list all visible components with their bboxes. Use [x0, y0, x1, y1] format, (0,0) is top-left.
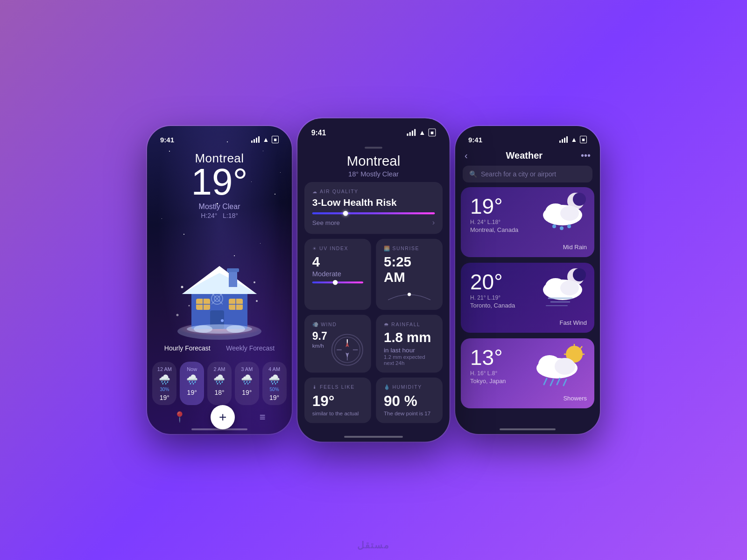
phone-details: 9:41 ▲ ■ Montreal 18° Mostly Clear: [297, 119, 450, 442]
location-button[interactable]: 📍: [173, 411, 186, 423]
city-card-tokyo[interactable]: 13° H. 16° L.8° Tokyo, Japan: [461, 338, 594, 408]
uv-value: 4: [312, 254, 363, 270]
air-quality-footer: See more ›: [312, 218, 435, 227]
svg-rect-4: [227, 268, 239, 272]
svg-point-40: [552, 224, 556, 228]
hour-label-2am: 2 AM: [213, 366, 225, 372]
svg-point-58: [555, 358, 575, 375]
wifi-icon-phone2: ▲: [419, 129, 426, 137]
search-placeholder: Search for a city or airport: [481, 170, 556, 178]
tab-weekly[interactable]: Weekly Forecast: [221, 342, 279, 355]
hour-temp-12am: 19°: [160, 394, 169, 401]
humidity-card: 💧 HUMIDITY 90 % The dew point is 17: [376, 378, 443, 423]
wind-label: 💨 WIND: [312, 322, 363, 327]
condition-tokyo: Showers: [563, 395, 587, 402]
humidity-value: 90 %: [384, 393, 435, 410]
thermometer-icon: 🌡: [312, 385, 318, 390]
svg-point-47: [560, 280, 579, 295]
detail-cards: ☁ AIR QUALITY 3-Low Health Risk See more…: [297, 182, 450, 423]
sun-icon: ☀: [312, 246, 317, 252]
svg-line-59: [544, 378, 547, 385]
air-quality-indicator: [343, 211, 348, 216]
hour-item-2am[interactable]: 2 AM 🌧️ 18°: [207, 362, 232, 405]
phone2-header: Montreal 18° Mostly Clear: [297, 144, 450, 182]
page-title: Weather: [506, 150, 543, 161]
city-list: 19° H. 24° L.18° Montreal, Canada: [455, 187, 600, 408]
hour-pct-12am: 30%: [160, 387, 169, 392]
wifi-icon-phone3: ▲: [571, 136, 577, 143]
sunrise-icon: 🌅: [384, 246, 390, 252]
cloud-icon: ☁: [312, 189, 318, 195]
signal-icon-phone2: [407, 129, 416, 136]
feels-like-card: 🌡 FEELS LIKE 19° similar to the actual: [304, 378, 371, 423]
feels-subtitle: similar to the actual: [312, 410, 363, 416]
search-icon: 🔍: [469, 170, 477, 178]
rainfall-label: 🌧 RAINFALL: [384, 322, 435, 327]
condition-montreal: Mid Rain: [563, 244, 587, 251]
subtitle-phone2: 18° Mostly Clear: [297, 170, 450, 178]
status-bar-phone3: 9:41 ▲ ■: [455, 126, 600, 147]
hour-pct-4am: 50%: [270, 387, 279, 392]
bottom-navigation: 📍 + ≡: [147, 405, 292, 429]
rainfall-icon: 🌧: [384, 322, 389, 327]
high-phone1: H:24°: [201, 212, 217, 219]
city-card-montreal[interactable]: 19° H. 24° L.18° Montreal, Canada: [461, 187, 594, 257]
list-button[interactable]: ≡: [260, 411, 266, 423]
phone2-content: Montreal 18° Mostly Clear ☁ AIR QUALITY …: [297, 140, 450, 423]
time-phone1: 9:41: [160, 136, 174, 144]
svg-line-53: [580, 346, 582, 349]
compass: [331, 334, 363, 366]
search-bar[interactable]: 🔍 Search for a city or airport: [463, 166, 592, 182]
svg-point-23: [176, 314, 179, 316]
droplet-icon: 💧: [384, 385, 390, 390]
hour-temp-2am: 18°: [214, 389, 224, 396]
svg-line-61: [557, 378, 560, 385]
see-more-button[interactable]: See more: [312, 219, 340, 226]
hour-temp-3am: 19°: [242, 389, 252, 396]
hour-item-12am[interactable]: 12 AM 🌧️ 30% 19°: [152, 362, 176, 405]
sunrise-curve: [384, 288, 435, 303]
humidity-subtitle: The dew point is 17: [384, 410, 435, 416]
hour-label-4am: 4 AM: [268, 366, 280, 372]
svg-point-44: [573, 268, 586, 281]
condition-phone1: Mostly Clear: [147, 203, 292, 211]
status-icons-phone2: ▲ ■: [407, 129, 436, 137]
tab-hourly[interactable]: Hourly Forecast: [160, 342, 215, 355]
sunrise-label: 🌅 SUNRISE: [384, 246, 435, 252]
signal-icon-phone1: [251, 136, 260, 143]
hour-icon-12am: 🌧️: [159, 374, 170, 385]
phones-container: 9:41 ▲ ■ Montreal 19° Mostly Clear H:24°: [147, 126, 600, 434]
air-quality-label: ☁ AIR QUALITY: [312, 189, 435, 195]
add-button[interactable]: +: [211, 405, 235, 429]
house-illustration: [168, 240, 271, 343]
svg-marker-34: [345, 352, 349, 357]
phone1-weather-info: Montreal 19° Mostly Clear H:24° L:18°: [147, 147, 292, 219]
hour-icon-3am: 🌧️: [241, 374, 253, 385]
status-icons-phone3: ▲ ■: [559, 136, 587, 143]
uv-label: ☀ UV INDEX: [312, 246, 363, 252]
hour-temp-4am: 19°: [269, 394, 279, 401]
svg-point-26: [226, 325, 245, 333]
feels-label: 🌡 FEELS LIKE: [312, 385, 363, 390]
uv-subtitle: Moderate: [312, 270, 363, 278]
svg-line-60: [550, 379, 553, 385]
city-card-toronto[interactable]: 20° H. 21° L.19° Toronto, Canada: [461, 263, 594, 333]
hour-item-3am[interactable]: 3 AM 🌧️ 19°: [235, 362, 259, 405]
watermark: مستقل: [357, 539, 390, 551]
svg-point-21: [189, 305, 190, 307]
phone-main-weather: 9:41 ▲ ■ Montreal 19° Mostly Clear H:24°: [147, 126, 292, 434]
svg-point-19: [181, 286, 183, 288]
back-button[interactable]: ‹: [465, 150, 468, 161]
svg-rect-3: [229, 271, 237, 287]
battery-icon-phone3: ■: [580, 136, 587, 143]
hour-item-now[interactable]: Now 🌧️ 19°: [180, 362, 204, 405]
uv-sunrise-row: ☀ UV INDEX 4 Moderate 🌅 SUNRISE: [304, 239, 443, 310]
hour-temp-now: 19°: [187, 389, 197, 396]
svg-point-36: [573, 193, 586, 206]
hour-label-3am: 3 AM: [241, 366, 253, 372]
hilo-phone1: H:24° L:18°: [147, 212, 292, 219]
more-button[interactable]: •••: [581, 150, 591, 161]
hour-item-4am[interactable]: 4 AM 🌧️ 50% 19°: [262, 362, 287, 405]
uv-index-card: ☀ UV INDEX 4 Moderate: [304, 239, 371, 310]
hour-label-now: Now: [187, 366, 197, 372]
